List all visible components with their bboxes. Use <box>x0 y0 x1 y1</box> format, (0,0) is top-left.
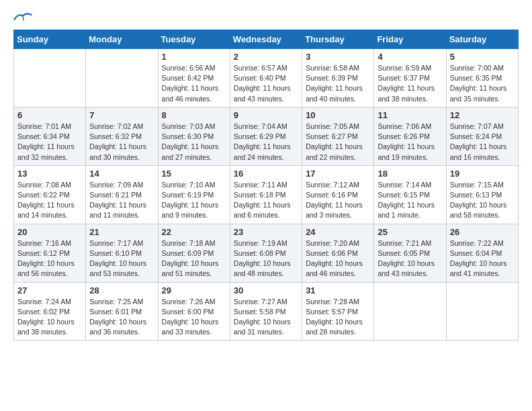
day-header-wednesday: Wednesday <box>230 30 302 49</box>
calendar-cell: 25Sunrise: 7:21 AM Sunset: 6:05 PM Dayli… <box>374 224 446 282</box>
calendar-cell: 19Sunrise: 7:15 AM Sunset: 6:13 PM Dayli… <box>446 165 518 224</box>
day-number: 23 <box>234 227 298 237</box>
calendar-cell <box>446 282 518 340</box>
day-info: Sunrise: 7:12 AM Sunset: 6:16 PM Dayligh… <box>306 180 370 221</box>
calendar-cell <box>14 49 86 107</box>
day-number: 27 <box>17 285 82 295</box>
day-header-sunday: Sunday <box>14 30 86 49</box>
logo <box>13 11 32 23</box>
day-info: Sunrise: 7:02 AM Sunset: 6:32 PM Dayligh… <box>89 122 154 163</box>
day-header-saturday: Saturday <box>446 30 518 49</box>
calendar-cell <box>86 49 158 107</box>
calendar-cell: 6Sunrise: 7:01 AM Sunset: 6:34 PM Daylig… <box>14 107 86 165</box>
calendar-cell: 26Sunrise: 7:22 AM Sunset: 6:04 PM Dayli… <box>446 224 518 282</box>
day-info: Sunrise: 7:14 AM Sunset: 6:15 PM Dayligh… <box>378 180 442 221</box>
calendar-header-row: SundayMondayTuesdayWednesdayThursdayFrid… <box>14 30 519 49</box>
header <box>13 11 519 23</box>
day-info: Sunrise: 7:17 AM Sunset: 6:10 PM Dayligh… <box>89 238 154 279</box>
calendar-cell: 15Sunrise: 7:10 AM Sunset: 6:19 PM Dayli… <box>158 165 230 224</box>
page-container: SundayMondayTuesdayWednesdayThursdayFrid… <box>0 0 532 354</box>
day-number: 7 <box>89 110 154 120</box>
calendar-cell: 5Sunrise: 7:00 AM Sunset: 6:35 PM Daylig… <box>446 49 518 107</box>
day-info: Sunrise: 7:03 AM Sunset: 6:30 PM Dayligh… <box>162 122 226 163</box>
day-info: Sunrise: 7:26 AM Sunset: 6:00 PM Dayligh… <box>162 297 226 338</box>
calendar-cell: 8Sunrise: 7:03 AM Sunset: 6:30 PM Daylig… <box>158 107 230 165</box>
day-number: 21 <box>89 227 154 237</box>
day-number: 2 <box>234 52 298 62</box>
day-info: Sunrise: 7:16 AM Sunset: 6:12 PM Dayligh… <box>17 238 82 279</box>
calendar-week-1: 1Sunrise: 6:56 AM Sunset: 6:42 PM Daylig… <box>14 49 519 107</box>
day-number: 10 <box>306 110 370 120</box>
day-info: Sunrise: 7:05 AM Sunset: 6:27 PM Dayligh… <box>306 122 370 163</box>
day-number: 4 <box>378 52 442 62</box>
day-info: Sunrise: 7:11 AM Sunset: 6:18 PM Dayligh… <box>234 180 298 221</box>
calendar-cell: 21Sunrise: 7:17 AM Sunset: 6:10 PM Dayli… <box>86 224 158 282</box>
day-info: Sunrise: 7:21 AM Sunset: 6:05 PM Dayligh… <box>378 238 442 279</box>
calendar-cell: 29Sunrise: 7:26 AM Sunset: 6:00 PM Dayli… <box>158 282 230 340</box>
day-info: Sunrise: 7:27 AM Sunset: 5:58 PM Dayligh… <box>234 297 298 338</box>
calendar-cell: 1Sunrise: 6:56 AM Sunset: 6:42 PM Daylig… <box>158 49 230 107</box>
calendar-cell: 12Sunrise: 7:07 AM Sunset: 6:24 PM Dayli… <box>446 107 518 165</box>
day-info: Sunrise: 7:04 AM Sunset: 6:29 PM Dayligh… <box>234 122 298 163</box>
calendar-week-2: 6Sunrise: 7:01 AM Sunset: 6:34 PM Daylig… <box>14 107 519 165</box>
calendar-cell <box>374 282 446 340</box>
day-number: 14 <box>89 169 154 179</box>
calendar-cell: 10Sunrise: 7:05 AM Sunset: 6:27 PM Dayli… <box>302 107 374 165</box>
day-info: Sunrise: 7:19 AM Sunset: 6:08 PM Dayligh… <box>234 238 298 279</box>
day-number: 13 <box>17 169 82 179</box>
day-info: Sunrise: 6:58 AM Sunset: 6:39 PM Dayligh… <box>306 63 370 104</box>
calendar-cell: 22Sunrise: 7:18 AM Sunset: 6:09 PM Dayli… <box>158 224 230 282</box>
day-number: 30 <box>234 285 298 295</box>
calendar-cell: 4Sunrise: 6:59 AM Sunset: 6:37 PM Daylig… <box>374 49 446 107</box>
day-info: Sunrise: 6:56 AM Sunset: 6:42 PM Dayligh… <box>162 63 226 104</box>
day-info: Sunrise: 7:18 AM Sunset: 6:09 PM Dayligh… <box>162 238 226 279</box>
logo-icon <box>13 11 32 23</box>
calendar-cell: 3Sunrise: 6:58 AM Sunset: 6:39 PM Daylig… <box>302 49 374 107</box>
day-info: Sunrise: 7:01 AM Sunset: 6:34 PM Dayligh… <box>17 122 82 163</box>
day-number: 8 <box>162 110 226 120</box>
day-info: Sunrise: 7:15 AM Sunset: 6:13 PM Dayligh… <box>450 180 515 221</box>
calendar-week-4: 20Sunrise: 7:16 AM Sunset: 6:12 PM Dayli… <box>14 224 519 282</box>
day-info: Sunrise: 6:59 AM Sunset: 6:37 PM Dayligh… <box>378 63 442 104</box>
calendar-cell: 16Sunrise: 7:11 AM Sunset: 6:18 PM Dayli… <box>230 165 302 224</box>
day-number: 31 <box>306 285 370 295</box>
day-number: 25 <box>378 227 442 237</box>
day-number: 3 <box>306 52 370 62</box>
calendar-cell: 28Sunrise: 7:25 AM Sunset: 6:01 PM Dayli… <box>86 282 158 340</box>
day-number: 22 <box>162 227 226 237</box>
day-header-friday: Friday <box>374 30 446 49</box>
calendar: SundayMondayTuesdayWednesdayThursdayFrid… <box>13 30 519 340</box>
day-number: 28 <box>89 285 154 295</box>
day-info: Sunrise: 7:07 AM Sunset: 6:24 PM Dayligh… <box>450 122 515 163</box>
day-info: Sunrise: 6:57 AM Sunset: 6:40 PM Dayligh… <box>234 63 298 104</box>
calendar-cell: 11Sunrise: 7:06 AM Sunset: 6:26 PM Dayli… <box>374 107 446 165</box>
day-number: 11 <box>378 110 442 120</box>
calendar-cell: 7Sunrise: 7:02 AM Sunset: 6:32 PM Daylig… <box>86 107 158 165</box>
day-info: Sunrise: 7:00 AM Sunset: 6:35 PM Dayligh… <box>450 63 515 104</box>
day-header-thursday: Thursday <box>302 30 374 49</box>
logo-shape <box>13 11 32 23</box>
day-info: Sunrise: 7:28 AM Sunset: 5:57 PM Dayligh… <box>306 297 370 338</box>
day-number: 24 <box>306 227 370 237</box>
day-number: 19 <box>450 169 515 179</box>
day-number: 5 <box>450 52 515 62</box>
calendar-cell: 20Sunrise: 7:16 AM Sunset: 6:12 PM Dayli… <box>14 224 86 282</box>
calendar-cell: 23Sunrise: 7:19 AM Sunset: 6:08 PM Dayli… <box>230 224 302 282</box>
day-number: 16 <box>234 169 298 179</box>
calendar-cell: 18Sunrise: 7:14 AM Sunset: 6:15 PM Dayli… <box>374 165 446 224</box>
day-info: Sunrise: 7:20 AM Sunset: 6:06 PM Dayligh… <box>306 238 370 279</box>
calendar-week-3: 13Sunrise: 7:08 AM Sunset: 6:22 PM Dayli… <box>14 165 519 224</box>
day-info: Sunrise: 7:22 AM Sunset: 6:04 PM Dayligh… <box>450 238 515 279</box>
calendar-cell: 2Sunrise: 6:57 AM Sunset: 6:40 PM Daylig… <box>230 49 302 107</box>
day-number: 29 <box>162 285 226 295</box>
day-info: Sunrise: 7:06 AM Sunset: 6:26 PM Dayligh… <box>378 122 442 163</box>
day-info: Sunrise: 7:10 AM Sunset: 6:19 PM Dayligh… <box>162 180 226 221</box>
calendar-cell: 9Sunrise: 7:04 AM Sunset: 6:29 PM Daylig… <box>230 107 302 165</box>
day-number: 15 <box>162 169 226 179</box>
day-info: Sunrise: 7:25 AM Sunset: 6:01 PM Dayligh… <box>89 297 154 338</box>
day-number: 26 <box>450 227 515 237</box>
day-number: 17 <box>306 169 370 179</box>
day-header-tuesday: Tuesday <box>158 30 230 49</box>
day-info: Sunrise: 7:09 AM Sunset: 6:21 PM Dayligh… <box>89 180 154 221</box>
day-info: Sunrise: 7:24 AM Sunset: 6:02 PM Dayligh… <box>17 297 82 338</box>
